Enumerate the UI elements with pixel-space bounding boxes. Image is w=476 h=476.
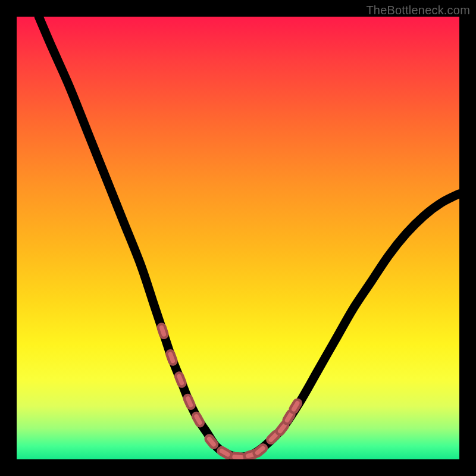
- curve-layer: [17, 17, 459, 459]
- plot-area: [17, 17, 459, 459]
- watermark-text: TheBottleneck.com: [366, 4, 470, 17]
- chart-frame: TheBottleneck.com: [0, 0, 476, 476]
- curve-marker: [204, 434, 218, 449]
- curve-marker: [289, 398, 302, 414]
- marker-group: [157, 323, 302, 459]
- curve-marker: [183, 394, 196, 410]
- curve-marker: [252, 443, 268, 458]
- curve-marker: [157, 323, 168, 339]
- curve-marker: [192, 412, 205, 428]
- curve-marker: [166, 350, 177, 365]
- curve-marker: [174, 372, 186, 388]
- bottleneck-curve: [39, 17, 459, 457]
